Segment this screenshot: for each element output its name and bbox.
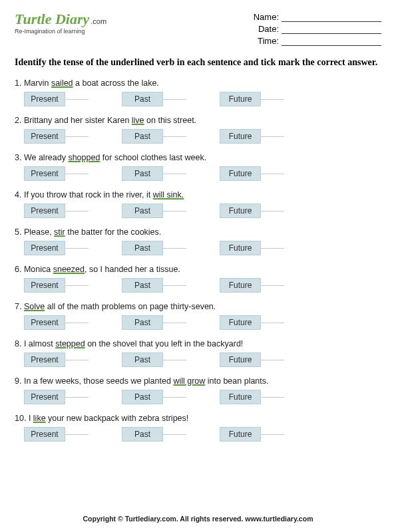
- logo-main: Turtle Diary: [15, 11, 89, 27]
- options-row: PresentPastFuture: [15, 427, 381, 442]
- options-row: PresentPastFuture: [15, 390, 381, 404]
- q-num: 10.: [15, 414, 26, 423]
- footer: Copyright © Turtlediary.com. All rights …: [0, 515, 396, 523]
- q-pre: I: [29, 414, 33, 423]
- q-num: 3.: [15, 153, 21, 162]
- q-underlined-verb: live: [132, 116, 144, 125]
- options-row: PresentPastFuture: [15, 241, 381, 255]
- questions-list: 1. Marvin sailed a boat across the lake.…: [15, 78, 381, 442]
- q-pre: We already: [24, 153, 68, 162]
- question-text: 5. Please, stir the batter for the cooki…: [15, 227, 381, 237]
- date-label: Date:: [258, 24, 279, 34]
- date-input-line[interactable]: [282, 33, 381, 34]
- q-post: on the shovel that you left in the backy…: [85, 339, 244, 348]
- option-future[interactable]: Future: [220, 315, 261, 330]
- question-text: 4. If you throw that rock in the river, …: [15, 190, 381, 200]
- question-text: 2. Brittany and her sister Karen live on…: [15, 116, 381, 125]
- option-past[interactable]: Past: [122, 92, 163, 106]
- q-pre: Marvin: [24, 78, 51, 88]
- question-text: 3. We already shopped for school clothes…: [15, 153, 381, 162]
- options-row: PresentPastFuture: [15, 129, 381, 144]
- option-present[interactable]: Present: [24, 241, 65, 255]
- q-post: on this street.: [144, 116, 197, 125]
- q-underlined-verb: like: [33, 414, 46, 423]
- q-post: , so I handed her a tissue.: [85, 265, 180, 274]
- question-text: 6. Monica sneezed, so I handed her a tis…: [15, 265, 381, 274]
- q-num: 2.: [15, 116, 21, 125]
- option-future[interactable]: Future: [220, 203, 261, 218]
- option-past[interactable]: Past: [122, 278, 163, 293]
- option-present[interactable]: Present: [24, 352, 65, 367]
- time-input-line[interactable]: [282, 45, 381, 46]
- option-future[interactable]: Future: [220, 166, 261, 181]
- option-present[interactable]: Present: [24, 315, 65, 330]
- q-post: into bean plants.: [205, 376, 268, 386]
- option-future[interactable]: Future: [220, 352, 261, 367]
- logo-tagline: Re-Imagination of learning: [15, 28, 106, 35]
- q-num: 7.: [15, 302, 21, 311]
- q-num: 8.: [15, 339, 21, 348]
- q-post: a boat across the lake.: [73, 78, 159, 88]
- option-future[interactable]: Future: [220, 278, 261, 293]
- q-num: 1.: [15, 78, 21, 88]
- q-underlined-verb: will grow: [173, 376, 205, 386]
- option-future[interactable]: Future: [220, 92, 261, 106]
- q-num: 6.: [15, 265, 21, 274]
- question-text: 10. I like your new backpack with zebra …: [15, 414, 381, 423]
- q-underlined-verb: will sink.: [153, 190, 184, 200]
- q-pre: In a few weeks, those seeds we planted: [24, 376, 173, 386]
- option-present[interactable]: Present: [24, 278, 65, 293]
- question-text: 8. I almost stepped on the shovel that y…: [15, 339, 381, 348]
- option-past[interactable]: Past: [122, 427, 163, 442]
- q-underlined-verb: shopped: [68, 153, 100, 162]
- option-present[interactable]: Present: [24, 166, 65, 181]
- options-row: PresentPastFuture: [15, 203, 381, 218]
- q-underlined-verb: sailed: [51, 78, 73, 88]
- name-label: Name:: [254, 12, 279, 22]
- option-present[interactable]: Present: [24, 129, 65, 144]
- logo-com: .com: [91, 17, 106, 25]
- option-future[interactable]: Future: [220, 129, 261, 144]
- logo: Turtle Diary.com Re-Imagination of learn…: [15, 12, 106, 35]
- instructions: Identify the tense of the underlined ver…: [15, 56, 381, 69]
- question-text: 7. Solve all of the math problems on pag…: [15, 302, 381, 311]
- time-label: Time:: [258, 36, 279, 46]
- name-input-line[interactable]: [282, 21, 381, 22]
- q-post: your new backpack with zebra stripes!: [46, 414, 189, 423]
- option-present[interactable]: Present: [24, 427, 65, 442]
- q-underlined-verb: sneezed: [53, 265, 85, 274]
- options-row: PresentPastFuture: [15, 278, 381, 293]
- options-row: PresentPastFuture: [15, 166, 381, 181]
- q-pre: Please,: [24, 227, 54, 237]
- option-future[interactable]: Future: [220, 427, 261, 442]
- q-post: all of the math problems on page thirty-…: [45, 302, 216, 311]
- q-post: for school clothes last week.: [100, 153, 206, 162]
- header: Turtle Diary.com Re-Imagination of learn…: [15, 12, 381, 48]
- q-num: 4.: [15, 190, 21, 200]
- q-num: 9.: [15, 376, 21, 386]
- options-row: PresentPastFuture: [15, 92, 381, 106]
- option-future[interactable]: Future: [220, 390, 261, 404]
- option-present[interactable]: Present: [24, 203, 65, 218]
- question-text: 9. In a few weeks, those seeds we plante…: [15, 376, 381, 386]
- q-pre: If you throw that rock in the river, it: [24, 190, 153, 200]
- option-future[interactable]: Future: [220, 241, 261, 255]
- q-underlined-verb: stir: [54, 227, 65, 237]
- options-row: PresentPastFuture: [15, 315, 381, 330]
- option-past[interactable]: Past: [122, 390, 163, 404]
- q-underlined-verb: Solve: [24, 302, 45, 311]
- option-past[interactable]: Past: [122, 129, 163, 144]
- option-present[interactable]: Present: [24, 390, 65, 404]
- option-past[interactable]: Past: [122, 203, 163, 218]
- q-underlined-verb: stepped: [55, 339, 85, 348]
- option-past[interactable]: Past: [122, 241, 163, 255]
- option-past[interactable]: Past: [122, 315, 163, 330]
- q-num: 5.: [15, 227, 21, 237]
- q-pre: I almost: [24, 339, 55, 348]
- option-past[interactable]: Past: [122, 166, 163, 181]
- options-row: PresentPastFuture: [15, 352, 381, 367]
- option-past[interactable]: Past: [122, 352, 163, 367]
- question-text: 1. Marvin sailed a boat across the lake.: [15, 78, 381, 88]
- option-present[interactable]: Present: [24, 92, 65, 106]
- header-fields: Name: Date: Time:: [254, 12, 381, 48]
